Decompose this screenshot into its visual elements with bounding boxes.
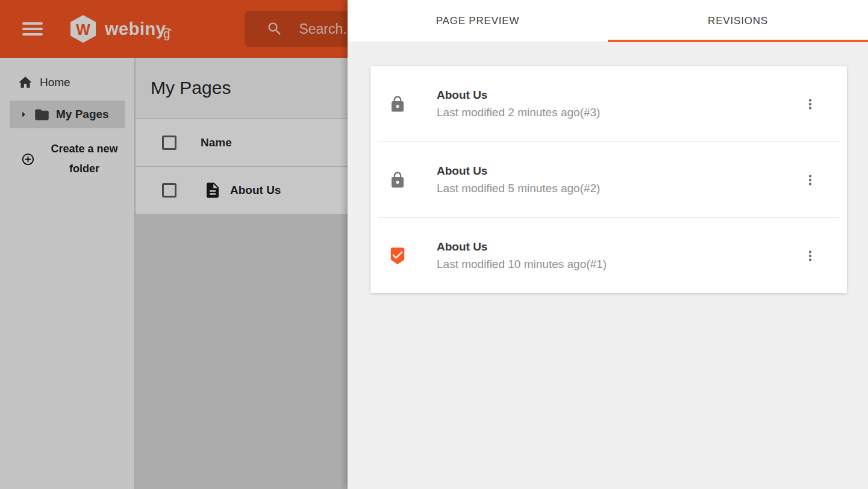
published-check-icon (389, 247, 407, 265)
lock-icon (389, 171, 407, 189)
revision-meta: Last modified 5 minutes ago(#2) (437, 182, 600, 195)
tab-page-preview[interactable]: PAGE PREVIEW (348, 0, 608, 42)
revision-meta: Last modified 10 minutes ago(#1) (437, 258, 607, 271)
drawer-tabbar: PAGE PREVIEW REVISIONS (348, 0, 868, 42)
more-vert-icon (802, 172, 818, 188)
lock-icon (389, 95, 407, 113)
revisions-panel: About Us Last modified 2 minutes ago(#3) (348, 42, 868, 489)
more-vert-icon (802, 96, 818, 112)
revision-row[interactable]: About Us Last modified 10 minutes ago(#1… (370, 218, 847, 293)
more-vert-icon (802, 248, 818, 264)
revision-row[interactable]: About Us Last modified 5 minutes ago(#2) (370, 142, 847, 217)
revision-more-button[interactable] (802, 168, 818, 192)
revision-title: About Us (437, 164, 600, 178)
revision-title: About Us (437, 240, 607, 254)
revision-more-button[interactable] (802, 244, 818, 268)
revision-meta: Last modified 2 minutes ago(#3) (437, 106, 600, 119)
revisions-card: About Us Last modified 2 minutes ago(#3) (370, 66, 847, 293)
revision-row[interactable]: About Us Last modified 2 minutes ago(#3) (370, 66, 847, 142)
tab-revisions[interactable]: REVISIONS (608, 0, 868, 42)
revision-more-button[interactable] (802, 92, 818, 116)
page-details-drawer: PAGE PREVIEW REVISIONS About Us Last mod… (348, 0, 868, 489)
revision-title: About Us (437, 89, 600, 102)
